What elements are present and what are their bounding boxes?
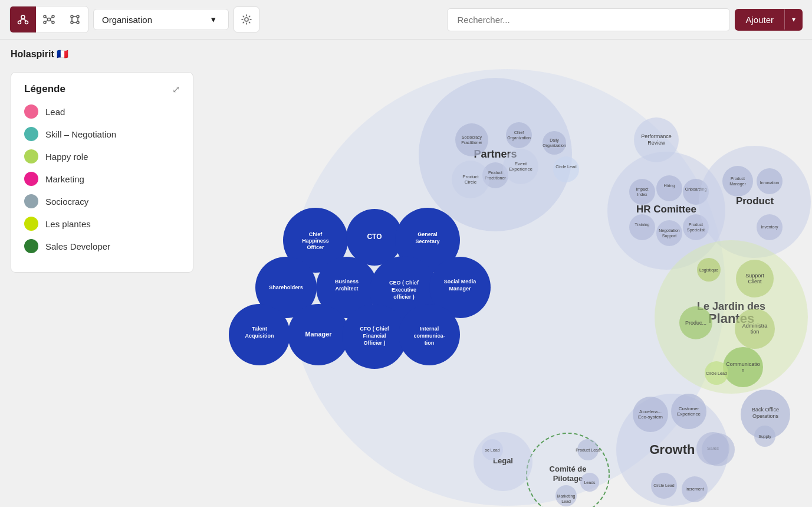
svg-text:Happiness: Happiness xyxy=(302,238,329,244)
org-dropdown-label: Organisation xyxy=(102,15,152,25)
svg-text:Performance: Performance xyxy=(641,133,672,139)
header: Organisation ▾ Ajouter ▾ xyxy=(0,0,812,40)
svg-text:Officier ): Officier ) xyxy=(363,340,385,346)
svg-text:Manager: Manager xyxy=(729,182,746,187)
svg-text:Lead: Lead xyxy=(561,499,571,503)
add-dropdown-arrow[interactable]: ▾ xyxy=(784,9,803,30)
settings-btn[interactable] xyxy=(234,6,259,32)
svg-point-0 xyxy=(21,15,25,19)
svg-text:Product: Product xyxy=(731,176,745,181)
svg-line-13 xyxy=(51,21,52,22)
legend-label-happy: Happy role xyxy=(45,152,88,162)
svg-line-3 xyxy=(19,19,23,21)
svg-text:Training: Training xyxy=(635,223,649,227)
svg-text:Secretary: Secretary xyxy=(415,238,439,244)
legend-item-lead: Lead xyxy=(24,104,180,119)
svg-text:Business: Business xyxy=(335,279,359,284)
org-view-btn[interactable] xyxy=(10,6,36,32)
legend-item-sociocracy: Sociocracy xyxy=(24,194,180,208)
svg-text:Operations: Operations xyxy=(752,413,779,419)
svg-text:Practitioner: Practitioner xyxy=(461,140,482,145)
svg-text:Manager: Manager xyxy=(305,331,332,338)
legend-label-sales-dev: Sales Developer xyxy=(45,241,110,251)
chevron-down-icon: ▾ xyxy=(211,14,216,25)
svg-text:Chief: Chief xyxy=(309,231,323,237)
svg-point-56 xyxy=(629,214,655,240)
svg-text:Experience: Experience xyxy=(677,411,701,417)
svg-point-16 xyxy=(71,21,73,24)
svg-point-31 xyxy=(543,131,566,155)
svg-text:Logistique: Logistique xyxy=(699,268,718,273)
svg-text:Product: Product xyxy=(488,171,502,175)
legend-header: Légende ⤢ xyxy=(24,83,180,95)
legend-dot-marketing xyxy=(24,172,38,186)
svg-text:Specialist: Specialist xyxy=(687,228,705,233)
svg-text:officier ): officier ) xyxy=(393,294,415,300)
svg-point-106 xyxy=(702,433,735,466)
comite-label: Comité de xyxy=(550,465,587,473)
svg-text:Innovation: Innovation xyxy=(760,181,779,185)
legend-item-sales-dev: Sales Developer xyxy=(24,239,180,253)
svg-line-4 xyxy=(23,19,27,21)
legend-dot-sales-dev xyxy=(24,239,38,253)
svg-text:Circle: Circle xyxy=(465,179,477,185)
network-view-btn[interactable] xyxy=(36,6,62,32)
svg-text:Inventory: Inventory xyxy=(761,225,778,230)
svg-text:Product: Product xyxy=(689,223,703,227)
svg-point-2 xyxy=(25,21,28,24)
svg-text:Product Lead: Product Lead xyxy=(576,448,600,452)
roles-view-btn[interactable] xyxy=(62,6,88,32)
svg-text:Product: Product xyxy=(462,174,479,179)
view-switcher xyxy=(9,6,88,33)
svg-text:Leads: Leads xyxy=(584,480,596,485)
legend-title: Légende xyxy=(24,83,65,95)
svg-point-17 xyxy=(77,21,79,24)
legend-item-marketing: Marketing xyxy=(24,172,180,186)
svg-point-25 xyxy=(455,123,488,156)
legend-dot-sociocracy xyxy=(24,194,38,208)
main-area: Holaspirit 🇫🇷 Légende ⤢ Lead Skill – Neg… xyxy=(0,40,812,507)
hr-comittee-label: HR Comittee xyxy=(636,204,696,215)
legend-item-skill: Skill – Negotiation xyxy=(24,127,180,141)
svg-point-52 xyxy=(656,175,682,201)
page-title: Holaspirit 🇫🇷 xyxy=(11,48,68,60)
legend-label-skill: Skill – Negotiation xyxy=(45,129,116,139)
svg-text:Produc...: Produc... xyxy=(685,320,706,326)
legend-dot-happy xyxy=(24,149,38,163)
svg-text:Eco-system: Eco-system xyxy=(638,414,663,420)
legend-collapse-btn[interactable]: ⤢ xyxy=(172,84,180,95)
svg-text:Supply: Supply xyxy=(758,434,771,439)
svg-text:Negotiation: Negotiation xyxy=(659,228,680,233)
legend-label-marketing: Marketing xyxy=(45,174,84,184)
svg-text:Organization: Organization xyxy=(507,136,531,140)
svg-text:Support: Support xyxy=(745,273,764,279)
svg-text:Review: Review xyxy=(647,140,665,146)
svg-point-49 xyxy=(629,179,655,205)
svg-text:se Lead: se Lead xyxy=(485,448,500,452)
legend-dot-plantes xyxy=(24,217,38,231)
svg-text:tion: tion xyxy=(751,329,760,335)
search-input[interactable] xyxy=(447,8,730,31)
add-button-label: Ajouter xyxy=(735,9,784,31)
legend-panel: Légende ⤢ Lead Skill – Negotiation Happy… xyxy=(11,72,193,273)
svg-text:Circle Lead: Circle Lead xyxy=(653,483,675,488)
svg-line-11 xyxy=(51,18,52,19)
svg-text:Daily: Daily xyxy=(550,138,559,143)
svg-text:Event: Event xyxy=(515,161,527,166)
svg-point-1 xyxy=(18,21,21,24)
svg-text:CFO ( Chief: CFO ( Chief xyxy=(360,326,389,332)
svg-point-15 xyxy=(77,15,79,18)
legend-label-sociocracy: Sociocracy xyxy=(45,197,88,207)
svg-text:Financial: Financial xyxy=(363,333,386,339)
svg-text:Organization: Organization xyxy=(543,143,566,148)
svg-line-10 xyxy=(46,18,48,19)
svg-point-34 xyxy=(553,156,579,182)
svg-point-28 xyxy=(506,122,532,148)
svg-text:Circle Lead: Circle Lead xyxy=(706,371,727,375)
add-button[interactable]: Ajouter ▾ xyxy=(735,9,803,31)
svg-text:tion: tion xyxy=(425,340,435,346)
svg-point-8 xyxy=(44,21,46,24)
org-dropdown[interactable]: Organisation ▾ xyxy=(93,9,229,30)
svg-text:CEO ( Chief: CEO ( Chief xyxy=(389,280,419,286)
legend-item-happy: Happy role xyxy=(24,149,180,163)
